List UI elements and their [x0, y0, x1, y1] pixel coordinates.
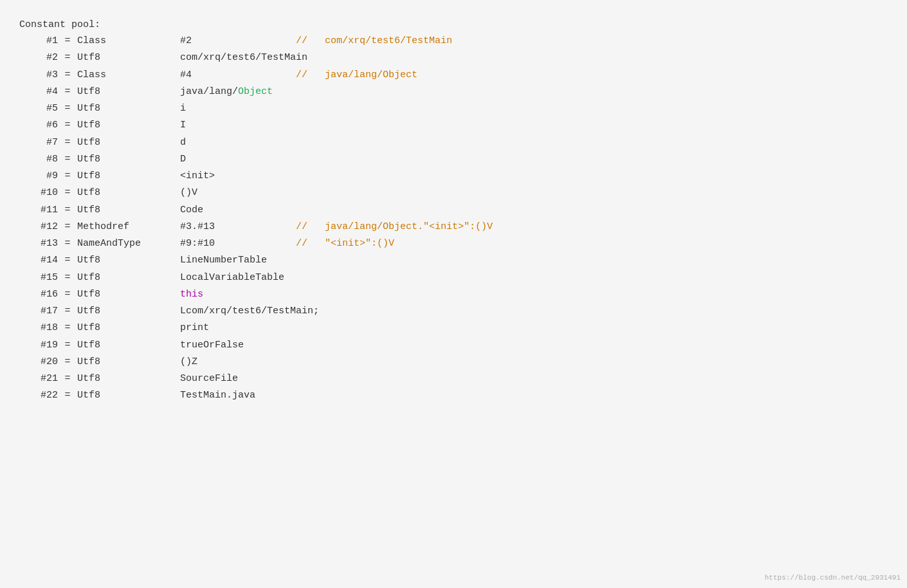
entry-ref: Code	[180, 202, 296, 219]
entry-num: #3	[19, 67, 58, 84]
entry-ref: #3.#13	[180, 219, 296, 235]
entry-type: Utf8	[77, 303, 180, 320]
entry-ref: java/lang/Object	[180, 84, 296, 100]
table-row: #13 =NameAndType#9:#10// "<init>":()V	[19, 235, 888, 252]
entry-type: Utf8	[77, 50, 180, 66]
table-row: #3 =Class#4// java/lang/Object	[19, 67, 888, 84]
entry-num: #19	[19, 337, 58, 354]
entry-ref: i	[180, 100, 296, 117]
entries-list: #1 =Class#2// com/xrq/test6/TestMain#2 =…	[19, 33, 888, 405]
entry-eq: =	[58, 33, 77, 50]
entry-type: Utf8	[77, 84, 180, 100]
table-row: #7 =Utf8d	[19, 134, 888, 151]
entry-eq: =	[58, 235, 77, 252]
entry-ref: SourceFile	[180, 371, 296, 387]
entry-ref: <init>	[180, 168, 296, 185]
entry-type: NameAndType	[77, 235, 180, 252]
entry-num: #4	[19, 84, 58, 100]
table-row: #5 =Utf8i	[19, 100, 888, 117]
entry-eq: =	[58, 84, 77, 100]
entry-eq: =	[58, 117, 77, 134]
entry-type: Utf8	[77, 354, 180, 371]
table-row: #6 =Utf8I	[19, 117, 888, 134]
entry-eq: =	[58, 151, 77, 168]
entry-num: #9	[19, 168, 58, 185]
entry-eq: =	[58, 387, 77, 404]
entry-num: #17	[19, 303, 58, 320]
entry-type: Utf8	[77, 337, 180, 354]
entry-type: Utf8	[77, 202, 180, 219]
entry-num: #11	[19, 202, 58, 219]
entry-num: #18	[19, 320, 58, 336]
entry-eq: =	[58, 67, 77, 84]
entry-type: Class	[77, 67, 180, 84]
entry-eq: =	[58, 134, 77, 151]
entry-ref: ()V	[180, 185, 296, 201]
table-row: #20 =Utf8()Z	[19, 354, 888, 371]
entry-type: Utf8	[77, 117, 180, 134]
entry-type: Utf8	[77, 371, 180, 387]
entry-ref: Lcom/xrq/test6/TestMain;	[180, 303, 296, 320]
entry-num: #12	[19, 219, 58, 235]
table-row: #19 =Utf8trueOrFalse	[19, 337, 888, 354]
entry-ref: print	[180, 320, 296, 336]
entry-type: Utf8	[77, 151, 180, 168]
entry-comment: // java/lang/Object	[296, 67, 417, 84]
entry-num: #10	[19, 185, 58, 201]
entry-num: #2	[19, 50, 58, 66]
table-row: #16 =Utf8this	[19, 286, 888, 303]
entry-type: Utf8	[77, 320, 180, 336]
entry-type: Class	[77, 33, 180, 50]
entry-ref: #9:#10	[180, 235, 296, 252]
table-row: #8 =Utf8D	[19, 151, 888, 168]
entry-comment: // java/lang/Object."<init>":()V	[296, 219, 493, 235]
entry-ref: #2	[180, 33, 296, 50]
entry-eq: =	[58, 202, 77, 219]
entry-num: #20	[19, 354, 58, 371]
entry-ref: com/xrq/test6/TestMain	[180, 50, 296, 66]
entry-num: #15	[19, 270, 58, 286]
entry-eq: =	[58, 371, 77, 387]
table-row: #12 =Methodref#3.#13// java/lang/Object.…	[19, 219, 888, 235]
entry-eq: =	[58, 168, 77, 185]
table-row: #21 =Utf8SourceFile	[19, 371, 888, 387]
entry-type: Utf8	[77, 252, 180, 269]
entry-eq: =	[58, 320, 77, 336]
entry-num: #14	[19, 252, 58, 269]
entry-eq: =	[58, 50, 77, 66]
entry-eq: =	[58, 337, 77, 354]
table-row: #9 =Utf8<init>	[19, 168, 888, 185]
entry-eq: =	[58, 286, 77, 303]
entry-ref: trueOrFalse	[180, 337, 296, 354]
entry-ref-suffix: Object	[238, 86, 273, 97]
entry-ref: I	[180, 117, 296, 134]
entry-ref: this	[180, 286, 296, 303]
table-row: #17 =Utf8Lcom/xrq/test6/TestMain;	[19, 303, 888, 320]
entry-num: #16	[19, 286, 58, 303]
entry-type: Methodref	[77, 219, 180, 235]
table-row: #4 =Utf8java/lang/Object	[19, 84, 888, 100]
entry-ref: LocalVariableTable	[180, 270, 296, 286]
entry-comment: // "<init>":()V	[296, 235, 394, 252]
entry-ref: #4	[180, 67, 296, 84]
table-row: #1 =Class#2// com/xrq/test6/TestMain	[19, 33, 888, 50]
entry-num: #22	[19, 387, 58, 404]
entry-type: Utf8	[77, 168, 180, 185]
entry-ref: ()Z	[180, 354, 296, 371]
entry-num: #6	[19, 117, 58, 134]
watermark: https://blog.csdn.net/qq_2931491	[765, 574, 901, 582]
entry-type: Utf8	[77, 270, 180, 286]
entry-num: #1	[19, 33, 58, 50]
entry-ref: TestMain.java	[180, 387, 296, 404]
entry-ref: D	[180, 151, 296, 168]
entry-num: #13	[19, 235, 58, 252]
entry-eq: =	[58, 270, 77, 286]
entry-ref: LineNumberTable	[180, 252, 296, 269]
table-row: #10 =Utf8()V	[19, 185, 888, 201]
table-row: #2 =Utf8com/xrq/test6/TestMain	[19, 50, 888, 66]
entry-num: #8	[19, 151, 58, 168]
entry-type: Utf8	[77, 134, 180, 151]
code-container: Constant pool: #1 =Class#2// com/xrq/tes…	[19, 13, 888, 411]
entry-eq: =	[58, 303, 77, 320]
table-row: #15 =Utf8LocalVariableTable	[19, 270, 888, 286]
